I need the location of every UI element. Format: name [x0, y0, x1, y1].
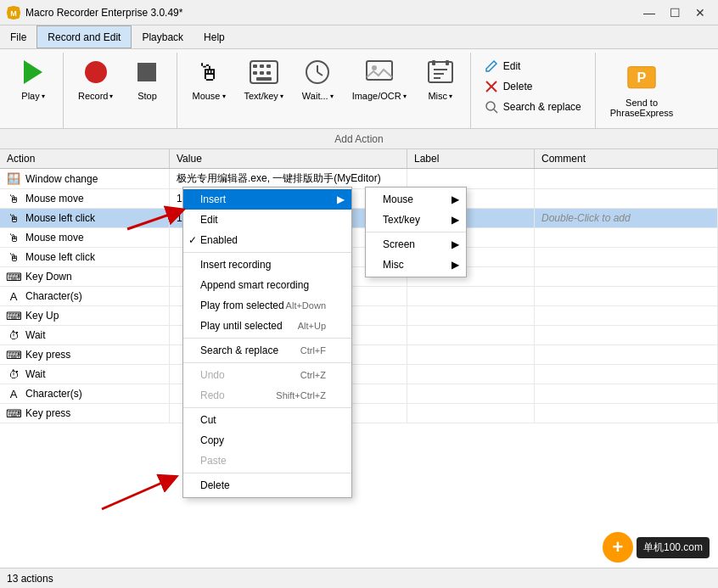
minimize-button[interactable]: — [638, 4, 660, 21]
toolbar: Play▾ Record▾ Stop 🖱 Mouse▾ [0, 49, 718, 129]
send-to-phraseexpress-button[interactable]: P Send to PhraseExpress [603, 59, 682, 122]
row-icon: ⏱ [7, 367, 20, 381]
table-row[interactable]: ⌨ Key Up [0, 306, 718, 326]
context-menu-item-cut[interactable]: Cut [183, 410, 351, 430]
submenu-item-mouse[interactable]: Mouse▶ [366, 189, 466, 210]
col-comment: Comment [535, 149, 718, 168]
table-row[interactable]: ⏱ Wait [0, 326, 718, 345]
submenu-separator [366, 232, 466, 232]
ctx-label: Insert recording [200, 259, 271, 271]
submenu-item-textkey[interactable]: Text/key▶ [366, 210, 466, 230]
context-menu-item-delete[interactable]: Delete [183, 475, 351, 496]
context-menu-item-edit[interactable]: Edit [183, 210, 351, 230]
row-icon: 🖱 [7, 192, 20, 205]
play-button[interactable]: Play▾ [10, 53, 56, 105]
ctx-label: Append smart recording [200, 279, 309, 291]
imageocr-button[interactable]: Image/OCR▾ [345, 53, 414, 105]
textkey-button[interactable]: Text/key▾ [237, 53, 291, 105]
search-replace-button[interactable]: Search & replace [481, 98, 585, 115]
context-menu-item-paste: Paste [183, 451, 351, 471]
table-row[interactable]: 🖱 Mouse move [0, 228, 718, 248]
row-icon: 🖱 [7, 231, 20, 244]
keyboard-icon [249, 57, 279, 87]
submenu-arrow-icon: ▶ [452, 238, 459, 250]
menu-playback[interactable]: Playback [132, 25, 194, 48]
shortcut-label: Alt+Down [286, 300, 326, 311]
misc-button[interactable]: Misc▾ [418, 53, 463, 105]
close-button[interactable]: ✕ [689, 4, 711, 21]
menu-help[interactable]: Help [194, 25, 235, 48]
table-row[interactable]: 🖱 Mouse left click 1679, 521 Double-Clic… [0, 209, 718, 228]
image-icon [364, 57, 395, 87]
menu-file[interactable]: File [0, 25, 36, 48]
context-menu-item-append_smart[interactable]: Append smart recording [183, 275, 351, 295]
table-row[interactable]: ⌨ Key press [0, 404, 718, 423]
context-menu-item-enabled[interactable]: ✓Enabled [183, 230, 351, 250]
pencil-icon [485, 59, 498, 73]
svg-rect-8 [266, 71, 271, 75]
row-action: Mouse move [25, 232, 84, 244]
statusbar: 13 actions [0, 568, 718, 588]
ctx-label: Copy [200, 434, 224, 446]
ctx-label: Redo [200, 389, 225, 401]
record-label: Record▾ [78, 91, 113, 101]
textkey-label: Text/key▾ [244, 91, 283, 101]
svg-rect-9 [256, 77, 272, 81]
maximize-button[interactable]: ☐ [664, 4, 686, 21]
ctx-label: Play until selected [200, 320, 283, 332]
submenu-item-misc[interactable]: Misc▶ [366, 255, 466, 275]
row-action: Key Up [25, 310, 59, 322]
ctx-label: Delete [200, 479, 230, 491]
row-action: Wait [25, 368, 46, 380]
svg-rect-16 [432, 60, 435, 65]
toolbar-play-group: Play▾ [3, 53, 64, 128]
submenu-item-screen[interactable]: Screen▶ [366, 234, 466, 255]
mouse-button[interactable]: 🖱 Mouse▾ [184, 53, 233, 105]
wait-button[interactable]: Wait...▾ [294, 53, 341, 105]
row-action: Key press [25, 349, 70, 361]
menu-record-edit[interactable]: Record and Edit [36, 25, 132, 48]
stop-button[interactable]: Stop [124, 53, 170, 105]
table-row[interactable]: 🖱 Mouse move 1684, 516 » 1679, 521 [0, 189, 718, 209]
send-to-group: P Send to PhraseExpress [595, 53, 688, 128]
context-menu-item-insert_recording[interactable]: Insert recording [183, 255, 351, 275]
table-row[interactable]: A Character(s) [0, 287, 718, 306]
svg-line-24 [494, 109, 497, 113]
table-row[interactable]: 🪟 Window change 极光专用编辑器.exe, 一键排版助手(MyEd… [0, 169, 718, 189]
status-text: 13 actions [7, 573, 53, 585]
context-menu-item-play_until[interactable]: Play until selectedAlt+Up [183, 316, 351, 336]
row-icon: 🖱 [7, 250, 20, 264]
context-menu-item-insert[interactable]: Insert▶ [183, 189, 351, 210]
context-menu-item-copy[interactable]: Copy [183, 430, 351, 451]
delete-button[interactable]: Delete [481, 78, 585, 95]
col-action: Action [0, 149, 170, 168]
row-action: Mouse left click [25, 212, 95, 224]
mouse-label: Mouse▾ [192, 91, 225, 101]
stop-icon [132, 57, 162, 87]
ctx-label: Enabled [200, 234, 238, 246]
col-label: Label [407, 149, 535, 168]
submenu-label: Misc [383, 259, 404, 271]
send-to-label: Send to PhraseExpress [610, 98, 674, 118]
context-menu-item-play_from[interactable]: Play from selectedAlt+Down [183, 295, 351, 316]
table-row[interactable]: A Character(s) [0, 384, 718, 404]
submenu-label: Mouse [383, 193, 413, 205]
svg-point-23 [486, 102, 495, 110]
table-row[interactable]: ⏱ Wait [0, 365, 718, 384]
table-row[interactable]: 🖱 Mouse left click [0, 248, 718, 267]
row-action: Key press [25, 407, 70, 419]
mouse-icon: 🖱 [194, 57, 224, 87]
record-button[interactable]: Record▾ [70, 53, 121, 105]
edit-button[interactable]: Edit [481, 58, 585, 75]
table-row[interactable]: ⌨ Key press [0, 345, 718, 365]
context-menu-item-search_replace[interactable]: Search & replaceCtrl+F [183, 340, 351, 361]
table-body: 🪟 Window change 极光专用编辑器.exe, 一键排版助手(MyEd… [0, 169, 718, 423]
shortcut-label: Ctrl+F [300, 345, 326, 356]
ctx-label: Undo [200, 369, 225, 381]
shortcut-label: Ctrl+Z [300, 370, 326, 380]
table-row[interactable]: ⌨ Key Down [0, 267, 718, 287]
stop-label: Stop [137, 91, 157, 101]
search-icon [485, 100, 498, 114]
imageocr-label: Image/OCR▾ [352, 91, 407, 101]
svg-rect-7 [260, 71, 264, 75]
